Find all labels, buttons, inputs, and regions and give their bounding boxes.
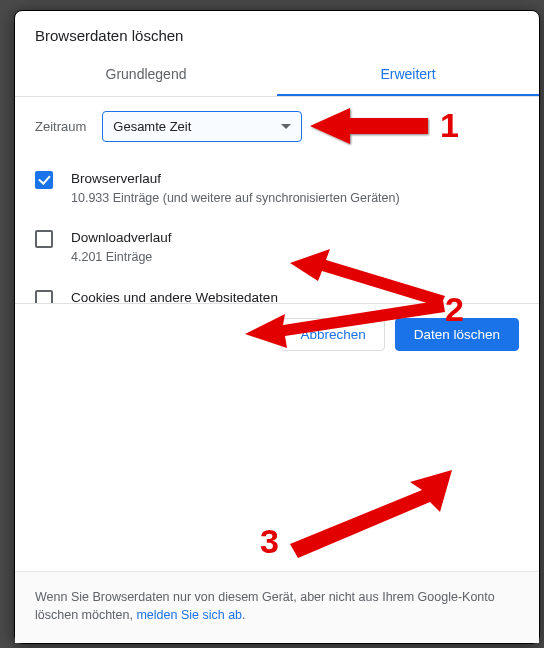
- cancel-button[interactable]: Abbrechen: [281, 318, 384, 351]
- option-title: Cookies und andere Websitedaten: [71, 289, 519, 303]
- chevron-down-icon: [281, 124, 291, 129]
- tabs: Grundlegend Erweitert: [15, 54, 539, 97]
- time-range-value: Gesamte Zeit: [113, 119, 191, 134]
- dialog-title: Browserdaten löschen: [15, 11, 539, 54]
- time-range-select[interactable]: Gesamte Zeit: [102, 111, 302, 142]
- time-range-row: Zeitraum Gesamte Zeit: [15, 97, 539, 156]
- option-download-history[interactable]: Downloadverlauf 4.201 Einträge: [35, 219, 519, 278]
- option-cookies[interactable]: Cookies und andere Websitedaten 1.717 We…: [35, 279, 519, 303]
- option-sub: 4.201 Einträge: [71, 249, 519, 267]
- sign-out-link[interactable]: melden Sie sich ab: [136, 608, 242, 622]
- clear-browsing-data-dialog: Browserdaten löschen Grundlegend Erweite…: [14, 10, 540, 644]
- time-range-label: Zeitraum: [35, 119, 86, 134]
- option-browsing-history[interactable]: Browserverlauf 10.933 Einträge (und weit…: [35, 160, 519, 219]
- tab-basic[interactable]: Grundlegend: [15, 54, 277, 96]
- option-title: Downloadverlauf: [71, 229, 519, 248]
- option-sub: 10.933 Einträge (und weitere auf synchro…: [71, 190, 519, 208]
- tab-advanced[interactable]: Erweitert: [277, 54, 539, 96]
- dialog-body: Zeitraum Gesamte Zeit Browserverlauf 10.…: [15, 97, 539, 303]
- checkbox[interactable]: [35, 171, 53, 189]
- option-title: Browserverlauf: [71, 170, 519, 189]
- clear-data-button[interactable]: Daten löschen: [395, 318, 519, 351]
- checkbox[interactable]: [35, 230, 53, 248]
- footer-note: Wenn Sie Browserdaten nur von diesem Ger…: [15, 571, 539, 644]
- options-list: Browserverlauf 10.933 Einträge (und weit…: [15, 156, 539, 303]
- checkbox[interactable]: [35, 290, 53, 303]
- dialog-footer-buttons: Abbrechen Daten löschen: [15, 303, 539, 365]
